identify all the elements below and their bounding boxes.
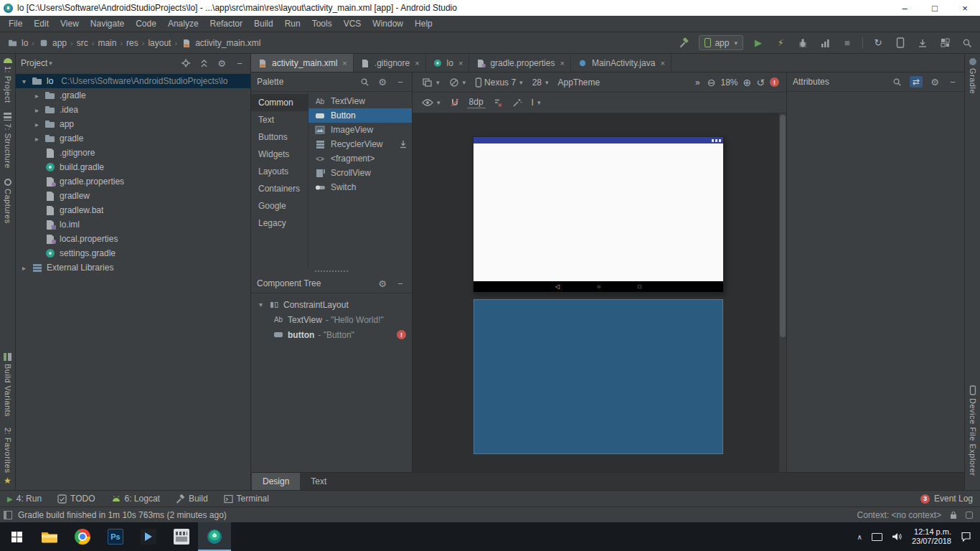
palette-category-widgets[interactable]: Widgets — [251, 146, 308, 163]
toolwindow-project-button[interactable]: 1: Project — [4, 58, 12, 103]
file-explorer-button[interactable] — [33, 522, 66, 551]
blueprint-view[interactable] — [473, 299, 723, 454]
menu-help[interactable]: Help — [409, 16, 438, 32]
close-icon[interactable]: × — [415, 59, 419, 67]
toolwindow-switcher-icon[interactable] — [4, 511, 12, 519]
menu-build[interactable]: Build — [248, 16, 279, 32]
search-icon[interactable] — [359, 76, 370, 88]
palette-category-layouts[interactable]: Layouts — [251, 163, 308, 180]
tree-item-gitignore[interactable]: .gitignore — [16, 146, 250, 160]
editor-tab-gitignore[interactable]: .gitignore × — [354, 54, 426, 72]
view-options-selector[interactable]: ▾ — [420, 98, 443, 107]
palette-category-containers[interactable]: Containers — [251, 180, 308, 197]
chevron-right-icon[interactable]: ▸ — [20, 264, 28, 272]
toolwindow-terminal-button[interactable]: Terminal — [224, 494, 269, 504]
tree-item-gradle-properties[interactable]: gradle.properties — [16, 174, 250, 189]
palette-item-fragment[interactable]: <> <fragment> — [308, 151, 412, 166]
chevron-right-icon[interactable]: ▸ — [33, 121, 41, 128]
tree-item-gradle-folder[interactable]: ▸ gradle — [16, 131, 250, 146]
search-everywhere-icon[interactable] — [960, 36, 974, 50]
tree-item-dot-idea[interactable]: ▸ .idea — [16, 103, 250, 117]
editor-tab-mainactivity[interactable]: MainActivity.java × — [571, 54, 672, 72]
palette-item-recyclerview[interactable]: RecyclerView — [308, 137, 412, 151]
zoom-out-button[interactable]: ⊖ — [707, 77, 716, 88]
start-button[interactable] — [0, 522, 33, 551]
palette-category-common[interactable]: Common — [251, 94, 308, 111]
chevron-right-icon[interactable]: ▸ — [33, 106, 41, 114]
profiler-icon[interactable] — [818, 36, 832, 50]
tree-item-dot-gradle[interactable]: ▸ .gradle — [16, 88, 250, 103]
menu-vcs[interactable]: VCS — [338, 16, 367, 32]
collapse-all-icon[interactable] — [198, 57, 209, 69]
close-icon[interactable]: × — [458, 59, 463, 67]
breadcrumb-src[interactable]: src — [75, 38, 90, 48]
editor-tab-gradle-properties[interactable]: gradle.properties × — [469, 54, 571, 72]
tree-item-external-libraries[interactable]: ▸ External Libraries — [16, 260, 250, 275]
chevron-right-icon[interactable]: ▸ — [33, 135, 41, 143]
panel-splitter[interactable] — [251, 268, 412, 274]
project-panel-title[interactable]: Project — [21, 58, 47, 68]
maximize-button[interactable]: □ — [920, 0, 950, 16]
android-studio-taskbar-button[interactable] — [198, 522, 231, 551]
hide-panel-icon[interactable]: − — [947, 76, 958, 88]
text-mode-tab[interactable]: Text — [300, 473, 337, 490]
device-selector[interactable]: Nexus 7 ▾ — [473, 77, 525, 88]
tree-item-local-properties[interactable]: local.properties — [16, 232, 250, 246]
breadcrumb-app[interactable]: app — [37, 37, 68, 49]
event-log-button[interactable]: 3 Event Log — [920, 494, 973, 504]
hide-panel-icon[interactable]: − — [395, 76, 406, 88]
breadcrumb-file[interactable]: activity_main.xml — [179, 37, 262, 49]
chevron-down-icon[interactable]: ▾ — [257, 301, 265, 309]
tree-item-app[interactable]: ▸ app — [16, 117, 250, 131]
component-textview[interactable]: Ab TextView - "Hello World!" — [251, 312, 412, 327]
default-margin-selector[interactable]: 8dp — [467, 97, 486, 108]
debug-icon[interactable] — [796, 36, 810, 50]
volume-icon[interactable] — [892, 532, 903, 541]
api-selector[interactable]: 28 ▾ — [530, 77, 551, 88]
tree-item-lo-iml[interactable]: lo.iml — [16, 217, 250, 232]
hide-panel-icon[interactable]: − — [234, 57, 245, 69]
palette-category-buttons[interactable]: Buttons — [251, 128, 308, 146]
palette-category-google[interactable]: Google — [251, 197, 308, 215]
media-app-button[interactable] — [132, 522, 165, 551]
tree-item-project-root[interactable]: ▾ lo C:\Users\Software\AndroidStudioProj… — [16, 74, 250, 88]
chevron-right-icon[interactable]: ▸ — [33, 92, 41, 100]
layout-inspector-icon[interactable] — [938, 36, 952, 50]
render-errors-badge[interactable]: ! — [770, 77, 779, 87]
display-icon[interactable] — [872, 533, 882, 541]
gear-icon[interactable]: ⚙ — [377, 76, 388, 88]
close-button[interactable]: × — [950, 0, 980, 16]
overflow-actions[interactable]: » — [693, 77, 702, 88]
toolwindow-todo-button[interactable]: TODO — [57, 494, 95, 504]
stop-button[interactable]: ■ — [840, 36, 854, 50]
lock-icon[interactable] — [950, 511, 957, 519]
tree-item-gradlew-bat[interactable]: gradlew.bat — [16, 203, 250, 217]
close-icon[interactable]: × — [342, 59, 347, 67]
close-icon[interactable]: × — [660, 59, 664, 67]
menu-analyze[interactable]: Analyze — [162, 16, 204, 32]
chevron-down-icon[interactable]: ▾ — [20, 77, 28, 85]
avd-manager-icon[interactable] — [893, 36, 908, 50]
toolwindow-gradle-button[interactable]: Gradle — [969, 58, 977, 94]
search-icon[interactable] — [892, 76, 903, 88]
palette-item-imageview[interactable]: ImageView — [308, 123, 412, 137]
breadcrumb-res[interactable]: res — [125, 38, 140, 48]
toolwindow-build-variants-button[interactable]: Build Variants — [4, 353, 12, 417]
scroll-from-source-icon[interactable] — [180, 57, 192, 69]
gear-icon[interactable]: ⚙ — [929, 76, 941, 88]
canvas-scrollbar[interactable] — [779, 113, 786, 472]
design-mode-tab[interactable]: Design — [252, 473, 300, 490]
breadcrumb-project[interactable]: lo — [6, 37, 29, 49]
theme-selector[interactable]: AppTheme — [556, 77, 603, 88]
gear-icon[interactable]: ⚙ — [377, 278, 388, 289]
menu-window[interactable]: Window — [367, 16, 409, 32]
tree-item-settings-gradle[interactable]: settings.gradle — [16, 246, 250, 260]
tree-item-build-gradle[interactable]: build.gradle — [16, 160, 250, 174]
clear-constraints-button[interactable] — [491, 98, 505, 108]
close-icon[interactable]: × — [560, 59, 564, 67]
photoshop-button[interactable]: Ps — [99, 522, 132, 551]
autoconnect-toggle[interactable] — [448, 98, 462, 108]
run-button[interactable]: ▶ — [751, 36, 765, 50]
palette-item-button[interactable]: Button — [308, 108, 412, 123]
orientation-selector[interactable]: ▾ — [447, 77, 468, 88]
